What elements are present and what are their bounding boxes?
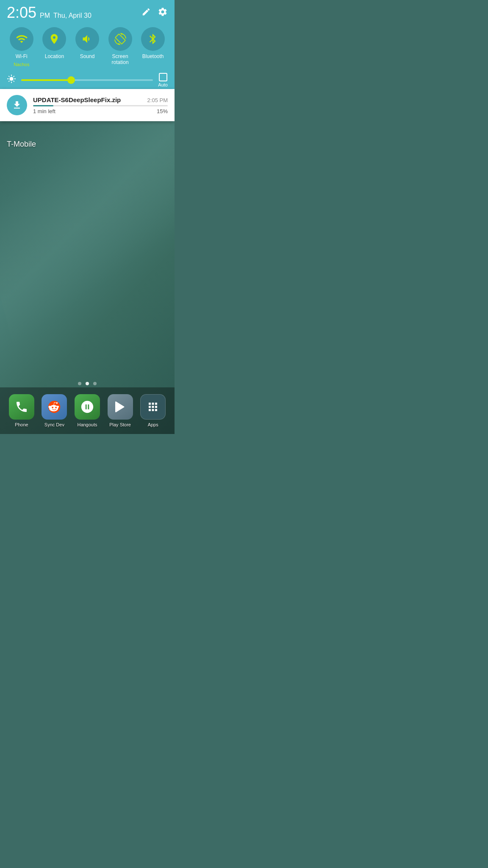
brightness-fill (21, 79, 71, 81)
carrier-label: T-Mobile (7, 140, 36, 149)
download-progress-bar (33, 105, 168, 106)
dock-item-hangouts[interactable]: Hangouts (75, 394, 100, 427)
sound-circle[interactable] (75, 27, 99, 51)
phone-label: Phone (15, 422, 28, 427)
reddit-icon (42, 394, 67, 420)
dock-item-apps[interactable]: Apps (140, 394, 166, 427)
location-circle[interactable] (42, 27, 66, 51)
location-label: Location (45, 53, 64, 59)
hangouts-label: Hangouts (77, 422, 97, 427)
notification-header: UPDATE-S6DeepSleepFix.zip 2:05 PM (33, 96, 168, 103)
auto-brightness-button[interactable]: Auto (158, 73, 168, 87)
time-date: 2:05 PM Thu, April 30 (7, 5, 92, 20)
syncdev-label: Sync Dev (44, 422, 64, 427)
brightness-thumb[interactable] (67, 76, 75, 84)
page-dots (78, 382, 97, 385)
playstore-icon (108, 394, 133, 420)
toggle-wifi[interactable]: Wi-Fi Nachos (9, 27, 34, 67)
toggle-bluetooth[interactable]: Bluetooth (140, 27, 166, 67)
page-dot-3 (93, 382, 97, 385)
sound-label: Sound (80, 53, 95, 59)
quick-settings-panel: 2:05 PM Thu, April 30 (0, 0, 175, 95)
page-dot-2 (86, 382, 89, 385)
bluetooth-circle[interactable] (141, 27, 165, 51)
brightness-slider[interactable] (21, 79, 153, 81)
brightness-row: Auto (0, 70, 175, 92)
status-date: Thu, April 30 (53, 12, 92, 19)
notification-card[interactable]: UPDATE-S6DeepSleepFix.zip 2:05 PM 1 min … (0, 89, 175, 121)
time-remaining: 1 min left (33, 108, 55, 114)
quick-toggles-row: Wi-Fi Nachos Location Sound (0, 24, 175, 70)
download-icon-circle (7, 95, 27, 115)
download-progress-fill (33, 105, 53, 106)
auto-label: Auto (158, 82, 168, 87)
settings-icon[interactable] (158, 7, 168, 19)
toggle-location[interactable]: Location (42, 27, 67, 67)
clock-time: 2:05 (7, 5, 36, 20)
dock-item-syncdev[interactable]: Sync Dev (42, 394, 67, 427)
brightness-icon (7, 74, 16, 86)
toggle-sound[interactable]: Sound (75, 27, 100, 67)
dock-item-phone[interactable]: Phone (9, 394, 34, 427)
apps-label: Apps (148, 422, 158, 427)
toggle-rotation[interactable]: Screenrotation (108, 27, 133, 67)
apps-icon (140, 394, 166, 420)
wifi-label: Wi-Fi (16, 53, 28, 59)
app-dock: Phone Sync Dev Hangouts Play Store (0, 387, 175, 434)
wifi-circle[interactable] (10, 27, 33, 51)
playstore-label: Play Store (109, 422, 131, 427)
status-bar: 2:05 PM Thu, April 30 (0, 0, 175, 24)
edit-icon[interactable] (141, 7, 151, 19)
notification-time: 2:05 PM (147, 97, 168, 103)
download-percent: 15% (157, 108, 168, 114)
notification-footer: 1 min left 15% (33, 108, 168, 114)
phone-icon (9, 394, 34, 420)
auto-square-icon (159, 73, 167, 81)
hangouts-icon (75, 394, 100, 420)
rotation-circle[interactable] (108, 27, 132, 51)
notification-title: UPDATE-S6DeepSleepFix.zip (33, 96, 121, 103)
page-dot-1 (78, 382, 81, 385)
status-icons (141, 7, 168, 19)
bluetooth-label: Bluetooth (142, 53, 164, 59)
notification-content: UPDATE-S6DeepSleepFix.zip 2:05 PM 1 min … (33, 96, 168, 114)
dock-item-playstore[interactable]: Play Store (108, 394, 133, 427)
wifi-sublabel: Nachos (14, 62, 29, 67)
rotation-label: Screenrotation (112, 53, 129, 66)
clock-ampm: PM (40, 12, 50, 19)
